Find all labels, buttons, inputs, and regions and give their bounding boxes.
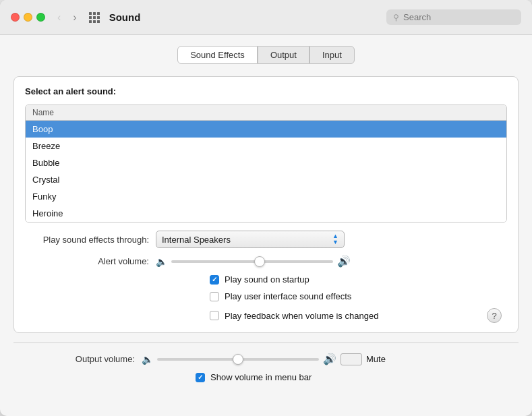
sound-item-heroine[interactable]: Heroine: [26, 205, 506, 222]
alert-volume-low-icon: 🔈: [156, 256, 167, 267]
titlebar: ‹ › Sound ⚲: [0, 0, 532, 35]
section-label: Select an alert sound:: [25, 86, 507, 96]
help-button[interactable]: ?: [487, 308, 502, 323]
sound-list: Name Boop Breeze Bubble Crystal Funky He…: [25, 105, 507, 222]
show-volume-label: Show volume in menu bar: [210, 372, 312, 382]
ui-effects-label: Play user interface sound effects: [225, 291, 351, 301]
startup-sound-checkbox-container[interactable]: Play sound on startup: [210, 274, 309, 285]
sound-list-header: Name: [26, 105, 506, 121]
traffic-lights: [11, 13, 45, 22]
ui-effects-row: Play user interface sound effects: [210, 291, 504, 301]
sound-list-name-col: Name: [32, 108, 54, 117]
tab-input[interactable]: Input: [309, 46, 355, 64]
alert-volume-slider[interactable]: [171, 260, 333, 263]
forward-button[interactable]: ›: [70, 10, 79, 25]
play-through-value: Internal Speakers: [162, 235, 328, 245]
bottom-section: Output volume: 🔈 🔊 Mute Show volume in m…: [13, 343, 519, 382]
play-through-label: Play sound effects through:: [28, 235, 149, 245]
back-button[interactable]: ‹: [55, 10, 63, 25]
feedback-row: Play feedback when volume is changed ?: [210, 308, 504, 323]
tab-output[interactable]: Output: [258, 46, 309, 64]
tab-sound-effects[interactable]: Sound Effects: [177, 46, 258, 64]
controls: Play sound effects through: Internal Spe…: [25, 231, 507, 323]
startup-sound-row: Play sound on startup: [210, 274, 504, 285]
mute-toggle[interactable]: [341, 353, 362, 365]
sound-item-funky[interactable]: Funky: [26, 188, 506, 205]
main-window: ‹ › Sound ⚲ Sound Effects Output Input S…: [0, 0, 532, 416]
output-volume-high-icon: 🔊: [323, 353, 336, 365]
output-volume-label: Output volume:: [13, 354, 135, 364]
feedback-checkbox[interactable]: [210, 311, 219, 320]
content-area: Sound Effects Output Input Select an ale…: [0, 35, 532, 416]
sound-item-bubble[interactable]: Bubble: [26, 154, 506, 171]
startup-sound-label: Play sound on startup: [225, 274, 309, 285]
search-icon: ⚲: [393, 13, 399, 22]
output-volume-row: Output volume: 🔈 🔊 Mute: [13, 353, 519, 365]
sound-list-body: Boop Breeze Bubble Crystal Funky Heroine: [26, 121, 506, 222]
alert-volume-row: Alert volume: 🔈 🔊: [28, 255, 504, 268]
mute-label: Mute: [366, 354, 386, 364]
output-volume-low-icon: 🔈: [142, 354, 153, 365]
close-button[interactable]: [11, 13, 20, 22]
window-title: Sound: [109, 11, 141, 23]
main-panel: Select an alert sound: Name Boop Breeze …: [13, 76, 519, 333]
ui-effects-checkbox-container[interactable]: Play user interface sound effects: [210, 291, 351, 301]
search-input[interactable]: [403, 12, 514, 22]
alert-volume-high-icon: 🔊: [337, 255, 351, 268]
alert-volume-label: Alert volume:: [28, 256, 149, 266]
play-through-dropdown[interactable]: Internal Speakers ▲ ▼: [156, 231, 345, 248]
show-volume-checkbox-container[interactable]: Show volume in menu bar: [196, 372, 312, 382]
minimize-button[interactable]: [24, 13, 32, 22]
alert-volume-slider-container: 🔈 🔊: [156, 255, 351, 268]
sound-item-breeze[interactable]: Breeze: [26, 138, 506, 154]
maximize-button[interactable]: [36, 13, 45, 22]
ui-effects-checkbox[interactable]: [210, 292, 219, 301]
grid-icon[interactable]: [89, 12, 100, 23]
tab-bar: Sound Effects Output Input: [13, 46, 519, 64]
show-volume-row: Show volume in menu bar: [196, 372, 519, 382]
sound-item-crystal[interactable]: Crystal: [26, 171, 506, 188]
output-volume-slider[interactable]: [157, 358, 319, 361]
feedback-label: Play feedback when volume is changed: [225, 311, 378, 321]
sound-item-boop[interactable]: Boop: [26, 121, 506, 138]
search-bar[interactable]: ⚲: [386, 9, 521, 25]
mute-container: Mute: [341, 353, 386, 365]
feedback-checkbox-container[interactable]: Play feedback when volume is changed: [210, 311, 378, 321]
dropdown-arrow-icon: ▲ ▼: [332, 233, 338, 245]
startup-sound-checkbox[interactable]: [210, 275, 219, 285]
show-volume-checkbox[interactable]: [196, 373, 205, 382]
output-volume-slider-container: 🔈 🔊 Mute: [142, 353, 386, 365]
play-through-row: Play sound effects through: Internal Spe…: [28, 231, 504, 248]
